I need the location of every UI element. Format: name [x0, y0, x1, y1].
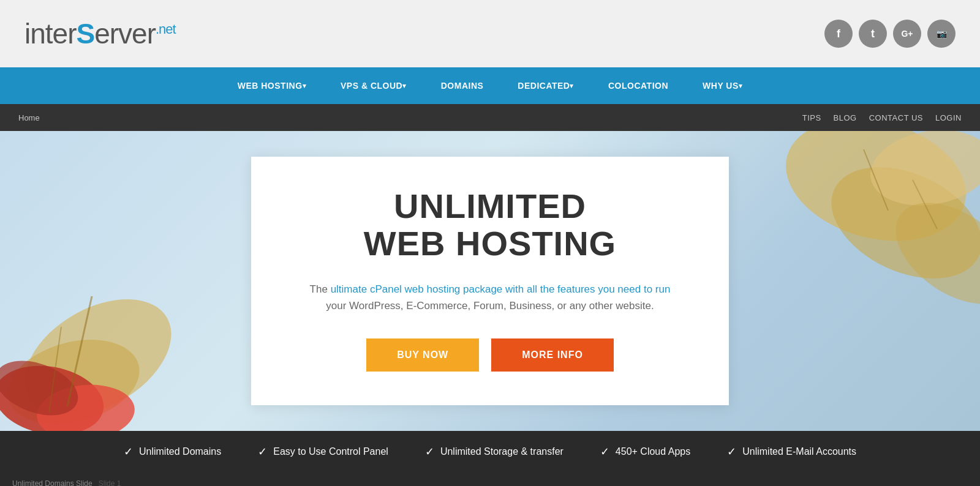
check-icon-5: ✓: [727, 445, 736, 458]
check-icon-4: ✓: [600, 445, 609, 458]
leaves-left-svg: [0, 174, 214, 431]
feature-label-5: Unlimited E-Mail Accounts: [742, 446, 856, 457]
contact-us-link[interactable]: CONTACT US: [869, 113, 923, 122]
leaves-left: [0, 174, 214, 431]
facebook-icon[interactable]: f: [824, 20, 853, 48]
logo-erver: erver: [94, 18, 156, 50]
more-info-button[interactable]: MORE INFO: [491, 338, 614, 372]
social-icons-group: f t G+ 📷: [824, 20, 956, 48]
hero-title: UNLIMITED WEB HOSTING: [288, 187, 692, 263]
tips-link[interactable]: TIPS: [802, 113, 821, 122]
feature-control-panel: ✓ Easy to Use Control Panel: [258, 445, 388, 458]
logo-inter: inter: [24, 18, 76, 50]
feature-unlimited-domains: ✓ Unlimited Domains: [124, 445, 221, 458]
feature-label-1: Unlimited Domains: [139, 446, 221, 457]
slide-number: Slide 1: [99, 479, 121, 486]
feature-bar: ✓ Unlimited Domains ✓ Easy to Use Contro…: [0, 431, 980, 473]
logo-net: .net: [156, 21, 176, 37]
leaves-right: [723, 131, 980, 388]
check-icon-1: ✓: [124, 445, 133, 458]
nav-colocation[interactable]: COLOCATION: [591, 67, 685, 104]
nav-domains[interactable]: DOMAINS: [424, 67, 501, 104]
secondary-nav-right: TIPS BLOG CONTACT US LOGIN: [802, 113, 962, 122]
nav-why-us[interactable]: WHY US: [685, 67, 760, 104]
leaves-right-svg: [723, 131, 980, 388]
hero-card: UNLIMITED WEB HOSTING The ultimate cPane…: [251, 157, 729, 406]
blog-link[interactable]: BLOG: [834, 113, 857, 122]
feature-label-4: 450+ Cloud Apps: [616, 446, 690, 457]
slide-label: Unlimited Domains Slide: [12, 479, 92, 486]
secondary-nav: Home TIPS BLOG CONTACT US LOGIN: [0, 104, 980, 131]
highlight-text: ultimate cPanel web hosting package with…: [331, 283, 671, 295]
check-icon-3: ✓: [425, 445, 434, 458]
logo[interactable]: interServer.net: [24, 17, 176, 50]
slide-indicator: Unlimited Domains Slide Slide 1: [0, 473, 980, 486]
nav-vps-cloud[interactable]: VPS & CLOUD: [323, 67, 424, 104]
hero-section: UNLIMITED WEB HOSTING The ultimate cPane…: [0, 131, 980, 431]
nav-dedicated[interactable]: DEDICATED: [500, 67, 591, 104]
feature-label-3: Unlimited Storage & transfer: [440, 446, 564, 457]
twitter-icon[interactable]: t: [859, 20, 887, 48]
feature-storage-transfer: ✓ Unlimited Storage & transfer: [425, 445, 564, 458]
feature-email-accounts: ✓ Unlimited E-Mail Accounts: [727, 445, 856, 458]
primary-nav: WEB HOSTING VPS & CLOUD DOMAINS DEDICATE…: [0, 67, 980, 104]
feature-label-2: Easy to Use Control Panel: [273, 446, 388, 457]
hero-buttons: BUY NOW MORE INFO: [288, 338, 692, 372]
nav-web-hosting[interactable]: WEB HOSTING: [221, 67, 323, 104]
googleplus-icon[interactable]: G+: [893, 20, 921, 48]
breadcrumb: Home: [18, 112, 40, 123]
buy-now-button[interactable]: BUY NOW: [366, 338, 479, 372]
logo-s-icon: S: [76, 18, 94, 50]
home-link[interactable]: Home: [18, 113, 40, 122]
site-header: interServer.net f t G+ 📷: [0, 0, 980, 67]
login-link[interactable]: LOGIN: [935, 113, 962, 122]
check-icon-2: ✓: [258, 445, 267, 458]
instagram-icon[interactable]: 📷: [927, 20, 956, 48]
feature-cloud-apps: ✓ 450+ Cloud Apps: [600, 445, 690, 458]
hero-description: The ultimate cPanel web hosting package …: [288, 281, 692, 314]
